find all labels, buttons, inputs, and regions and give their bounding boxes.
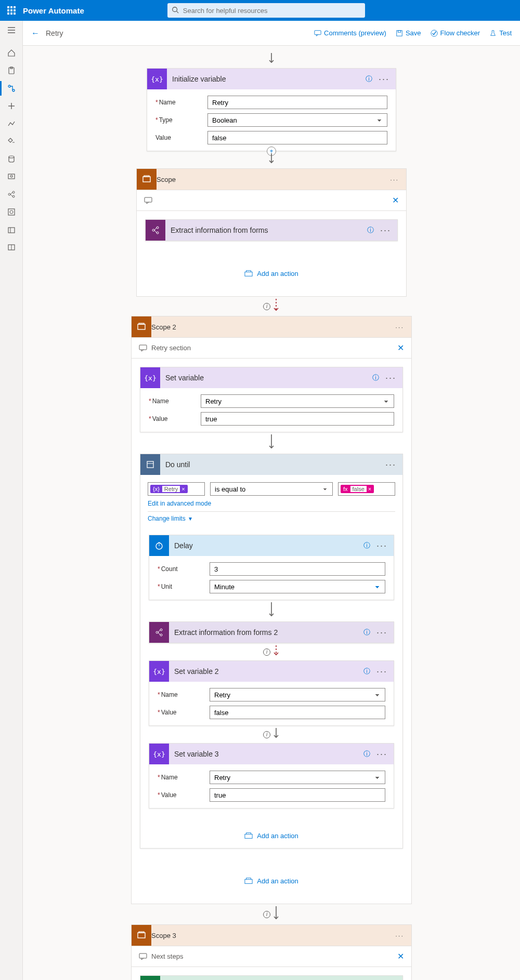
more-menu[interactable]: ··· (376, 74, 392, 85)
condition-operator[interactable]: is equal to (210, 482, 333, 496)
add-action-link[interactable]: Add an action (244, 831, 298, 840)
more-menu[interactable]: ··· (387, 176, 402, 183)
nav-create-icon[interactable] (6, 101, 17, 111)
nav-solutions-icon[interactable] (6, 224, 17, 235)
action-initialize-variable[interactable]: {x} Initialize variable ⓘ ··· *Name *Typ… (147, 68, 396, 151)
change-limits-link[interactable]: Change limits ▾ (148, 515, 395, 522)
nav-templates-icon[interactable] (6, 118, 17, 129)
scope-icon (137, 169, 157, 190)
name-input[interactable] (207, 96, 387, 109)
svg-rect-45 (139, 323, 144, 324)
nav-data-icon[interactable] (6, 154, 17, 164)
app-launcher-icon[interactable] (7, 6, 16, 15)
action-excel-add-row[interactable]: XAdd a row into a tableⓘ··· (140, 975, 403, 980)
flow-checker-button[interactable]: Flow checker (431, 29, 480, 37)
value-input[interactable] (210, 788, 385, 802)
svg-point-20 (10, 210, 13, 214)
comments-button[interactable]: Comments (preview) (314, 29, 386, 37)
search-input[interactable] (167, 3, 365, 18)
save-button[interactable]: Save (396, 29, 421, 37)
more-menu[interactable]: ··· (378, 225, 393, 236)
flow-title: Retry (46, 29, 63, 37)
nav-action-items-icon[interactable] (6, 65, 17, 76)
action-set-variable-2[interactable]: {x}Set variable 2ⓘ··· *NameRetry *Value (149, 660, 394, 726)
count-input[interactable] (210, 562, 385, 576)
add-action-link[interactable]: Add an action (244, 877, 298, 885)
do-until-icon (140, 454, 160, 475)
close-icon[interactable]: ✕ (397, 343, 404, 353)
flow-arrow (268, 602, 275, 619)
help-icon[interactable]: ⓘ (363, 749, 370, 759)
help-icon[interactable]: ⓘ (363, 541, 370, 550)
nav-connectors-icon[interactable] (6, 136, 17, 147)
action-do-until[interactable]: Do until··· {x}Retry × is equal to fxfal… (140, 454, 403, 849)
more-menu[interactable]: ··· (374, 666, 389, 677)
action-scope-3[interactable]: Scope 3 ··· Next steps ✕ XAdd a row into… (131, 924, 412, 980)
more-menu[interactable]: ··· (374, 627, 389, 638)
action-set-variable[interactable]: {x}Set variableⓘ··· *NameRetry *Value (140, 367, 403, 432)
add-action-link[interactable]: Add an action (244, 269, 298, 277)
action-scope-2[interactable]: Scope 2 ··· Retry section ✕ {x}Set varia… (131, 316, 412, 904)
flow-arrow (268, 153, 275, 166)
more-menu[interactable]: ··· (374, 749, 389, 760)
flow-arrow (268, 53, 275, 66)
value-input[interactable] (207, 131, 387, 144)
nav-flows-icon[interactable] (6, 83, 17, 94)
close-icon[interactable]: ✕ (392, 195, 399, 205)
run-after-icon[interactable]: i (263, 648, 270, 656)
global-header: Power Automate (0, 0, 520, 21)
nav-ai-builder-icon[interactable] (6, 189, 17, 200)
edit-advanced-link[interactable]: Edit in advanced mode (148, 500, 395, 507)
condition-left[interactable]: {x}Retry × (148, 482, 205, 496)
back-button[interactable]: ← (31, 29, 40, 38)
action-delay[interactable]: Delayⓘ··· *Count *UnitMinute (149, 535, 394, 600)
hamburger-icon[interactable] (6, 25, 17, 35)
more-menu[interactable]: ··· (392, 932, 407, 939)
svg-point-16 (12, 195, 15, 197)
type-select[interactable]: Boolean (207, 113, 387, 127)
action-set-variable-3[interactable]: {x}Set variable 3ⓘ··· *NameRetry *Value (149, 743, 394, 809)
svg-line-57 (158, 630, 160, 632)
value-input[interactable] (210, 706, 385, 719)
comment-banner: ✕ (137, 190, 406, 211)
condition-right[interactable]: fxfalse × (338, 482, 395, 496)
action-extract-forms[interactable]: Extract information from forms ⓘ··· (145, 219, 398, 241)
name-select[interactable]: Retry (210, 771, 385, 784)
more-menu[interactable]: ··· (383, 373, 398, 383)
comment-icon (144, 196, 152, 205)
help-icon[interactable]: ⓘ (367, 226, 374, 235)
test-button[interactable]: Test (489, 29, 512, 37)
nav-learn-icon[interactable] (6, 242, 17, 253)
scope-title: Scope (157, 176, 176, 183)
svg-rect-72 (139, 953, 147, 958)
svg-rect-33 (145, 197, 152, 202)
svg-rect-26 (397, 30, 402, 36)
run-after-icon[interactable]: i (263, 731, 270, 738)
svg-rect-31 (143, 177, 150, 182)
more-menu[interactable]: ··· (392, 323, 407, 331)
help-icon[interactable]: ⓘ (363, 628, 370, 637)
action-extract-forms-2[interactable]: Extract information from forms 2ⓘ··· (149, 621, 394, 643)
help-icon[interactable]: ⓘ (366, 74, 372, 84)
more-menu[interactable]: ··· (374, 540, 389, 551)
run-after-icon[interactable]: i (263, 303, 270, 310)
help-icon[interactable]: ⓘ (372, 373, 379, 382)
help-icon[interactable]: ⓘ (363, 667, 370, 676)
flow-arrow-conditional (272, 299, 280, 314)
unit-select[interactable]: Minute (210, 580, 385, 593)
more-menu[interactable]: ··· (383, 459, 398, 470)
designer-toolbar: ← Retry Comments (preview) Save Flow che… (23, 21, 520, 46)
nav-home-icon[interactable] (6, 48, 17, 58)
value-input[interactable] (201, 412, 394, 426)
flow-arrow (272, 906, 280, 922)
svg-rect-46 (139, 345, 147, 350)
action-scope-1[interactable]: Scope ··· ✕ Extract information from for… (136, 168, 407, 297)
nav-process-advisor-icon[interactable] (6, 207, 17, 217)
nav-monitor-icon[interactable] (6, 171, 17, 182)
run-after-icon[interactable]: i (263, 911, 270, 918)
svg-rect-71 (139, 932, 144, 933)
close-icon[interactable]: ✕ (397, 951, 404, 961)
svg-line-17 (10, 192, 12, 194)
name-select[interactable]: Retry (201, 394, 394, 408)
name-select[interactable]: Retry (210, 688, 385, 701)
